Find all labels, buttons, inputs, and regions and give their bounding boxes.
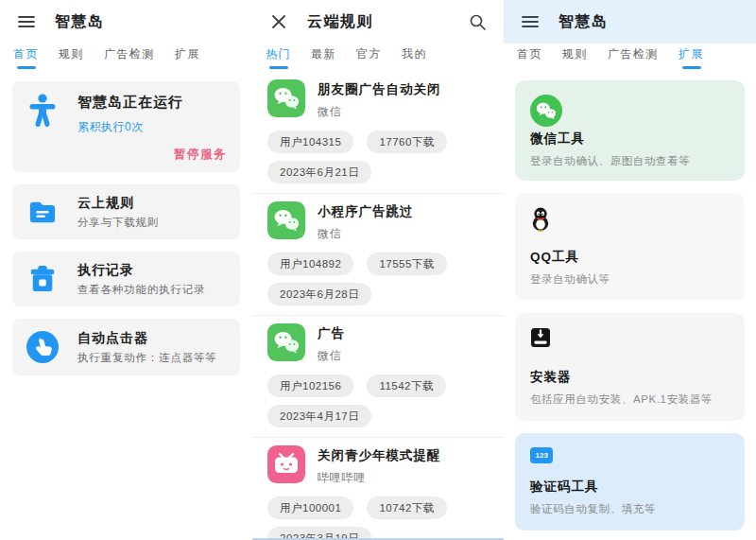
qq-penguin-icon — [530, 207, 730, 235]
folder-icon — [26, 200, 60, 225]
wechat-circle-icon — [530, 95, 730, 131]
downloads-badge: 17760下载 — [367, 131, 446, 153]
tab-home[interactable]: 首页 — [13, 44, 39, 69]
rule-app: 微信 — [318, 348, 345, 364]
wechat-tools-card[interactable]: 微信工具 登录自动确认、原图自动查看等 — [515, 80, 745, 181]
extensions-body: 微信工具 登录自动确认、原图自动查看等 — [504, 72, 756, 531]
rule-item[interactable]: 朋友圈广告自动关闭 微信 用户104315 17760下载 2023年6月21日 — [252, 72, 504, 194]
extensions-title: 智慧岛 — [558, 12, 609, 32]
search-icon[interactable] — [466, 10, 489, 33]
status-title: 智慧岛正在运行 — [77, 94, 183, 112]
tab-rules[interactable]: 规则 — [562, 44, 588, 69]
rule-title: 关闭青少年模式提醒 — [318, 447, 441, 464]
date-badge: 2023年3月19日 — [267, 527, 371, 540]
menu-icon[interactable] — [519, 10, 541, 33]
captcha-tools-subtitle: 验证码自动复制、填充等 — [530, 502, 730, 516]
pause-service-button[interactable]: 暂停服务 — [174, 147, 227, 163]
menu-icon[interactable] — [15, 10, 38, 33]
cloud-rules-card[interactable]: 云上规则 分享与下载规则 — [12, 184, 240, 239]
cloud-title: 云端规则 — [307, 12, 373, 32]
rule-item[interactable]: 小程序广告跳过 微信 用户104892 17555下载 2023年6月28日 — [252, 194, 504, 316]
status-text: 智慧岛正在运行 累积执行0次 — [77, 94, 183, 160]
captcha-badge-icon: 123 — [530, 447, 553, 463]
bilibili-icon — [267, 445, 305, 487]
rule-title: 广告 — [318, 325, 345, 342]
auto-clicker-icon — [26, 331, 60, 363]
extensions-appbar: 智慧岛 — [504, 0, 756, 44]
tab-rules[interactable]: 规则 — [59, 44, 84, 69]
execution-log-card[interactable]: 执行记录 查看各种功能的执行记录 — [12, 252, 240, 306]
tab-hot[interactable]: 热门 — [266, 44, 291, 69]
cloud-rules-subtitle: 分享与下载规则 — [77, 216, 159, 230]
panel-cloud-rules: 云端规则 热门 最新 官方 我的 — [252, 0, 504, 540]
users-badge: 用户104315 — [267, 131, 353, 153]
cloud-rules-text: 云上规则 分享与下载规则 — [77, 195, 159, 230]
wechat-icon — [267, 323, 305, 365]
home-body: 智慧岛正在运行 累积执行0次 暂停服务 云上规则 分享与下载规则 — [0, 72, 252, 375]
person-running-icon — [26, 94, 60, 160]
rule-app: 哔哩哔哩 — [318, 470, 441, 486]
status-card[interactable]: 智慧岛正在运行 累积执行0次 暂停服务 — [12, 81, 240, 172]
users-badge: 用户100001 — [267, 496, 353, 519]
execution-log-text: 执行记录 查看各种功能的执行记录 — [77, 262, 205, 297]
tab-newest[interactable]: 最新 — [311, 44, 336, 69]
users-badge: 用户102156 — [267, 375, 353, 397]
extensions-tabs: 首页 规则 广告检测 扩展 — [504, 44, 756, 72]
captcha-tools-title: 验证码工具 — [530, 479, 730, 496]
wechat-tools-subtitle: 登录自动确认、原图自动查看等 — [530, 154, 730, 168]
home-title: 智慧岛 — [55, 12, 105, 32]
cloud-appbar: 云端规则 — [252, 0, 504, 44]
wechat-tools-title: 微信工具 — [530, 131, 730, 148]
downloads-badge: 11542下载 — [367, 375, 446, 397]
rule-item[interactable]: 关闭青少年模式提醒 哔哩哔哩 用户100001 10742下载 2023年3月1… — [252, 438, 504, 540]
rule-app: 微信 — [318, 226, 414, 242]
tab-ad-detect[interactable]: 广告检测 — [608, 44, 659, 69]
tab-ad-detect[interactable]: 广告检测 — [104, 44, 155, 69]
cloud-rules-title: 云上规则 — [77, 195, 159, 212]
installer-subtitle: 包括应用自动安装、APK.1安装器等 — [530, 392, 730, 407]
rule-title: 朋友圈广告自动关闭 — [318, 81, 441, 98]
wechat-icon — [267, 201, 305, 243]
record-icon — [26, 265, 60, 293]
cloud-list: 朋友圈广告自动关闭 微信 用户104315 17760下载 2023年6月21日 — [252, 72, 504, 540]
execution-log-title: 执行记录 — [77, 262, 205, 279]
qq-tools-subtitle: 登录自动确认等 — [530, 272, 730, 287]
tab-extensions[interactable]: 扩展 — [175, 44, 200, 69]
downloads-badge: 10742下载 — [367, 496, 446, 519]
auto-clicker-subtitle: 执行重复动作：连点器等等 — [77, 351, 217, 365]
downloads-badge: 17555下载 — [367, 253, 446, 275]
tab-home[interactable]: 首页 — [517, 44, 542, 69]
installer-icon — [530, 327, 730, 352]
users-badge: 用户104892 — [267, 253, 353, 275]
date-badge: 2023年6月21日 — [267, 161, 371, 183]
home-appbar: 智慧岛 — [0, 0, 252, 44]
app-canvas: 智慧岛 首页 规则 广告检测 扩展 智慧岛正在运行 累积执行0次 — [0, 0, 756, 540]
date-badge: 2023年6月28日 — [267, 283, 371, 305]
execution-counter-link[interactable]: 累积执行0次 — [77, 119, 183, 135]
captcha-tools-card[interactable]: 123 验证码工具 验证码自动复制、填充等 — [515, 433, 745, 531]
tab-official[interactable]: 官方 — [356, 44, 382, 69]
date-badge: 2023年4月17日 — [267, 405, 371, 427]
auto-clicker-card[interactable]: 自动点击器 执行重复动作：连点器等等 — [12, 319, 240, 375]
close-icon[interactable] — [267, 10, 290, 33]
execution-log-subtitle: 查看各种功能的执行记录 — [77, 283, 205, 297]
home-tabs: 首页 规则 广告检测 扩展 — [0, 44, 252, 72]
installer-title: 安装器 — [530, 369, 730, 386]
installer-card[interactable]: 安装器 包括应用自动安装、APK.1安装器等 — [515, 313, 745, 421]
tab-extensions[interactable]: 扩展 — [679, 44, 704, 69]
cloud-tabs: 热门 最新 官方 我的 — [252, 44, 504, 72]
rule-title: 小程序广告跳过 — [318, 203, 414, 220]
tab-mine[interactable]: 我的 — [402, 44, 427, 69]
rule-item[interactable]: 广告 微信 用户102156 11542下载 2023年4月17日 — [252, 316, 504, 438]
rule-app: 微信 — [318, 104, 441, 120]
panel-home: 智慧岛 首页 规则 广告检测 扩展 智慧岛正在运行 累积执行0次 — [0, 0, 252, 540]
wechat-icon — [267, 79, 305, 121]
auto-clicker-title: 自动点击器 — [77, 330, 217, 347]
auto-clicker-text: 自动点击器 执行重复动作：连点器等等 — [77, 330, 217, 365]
panel-extensions: 智慧岛 首页 规则 广告检测 扩展 — [504, 0, 756, 540]
qq-tools-card[interactable]: QQ工具 登录自动确认等 — [515, 193, 745, 301]
qq-tools-title: QQ工具 — [530, 249, 730, 266]
